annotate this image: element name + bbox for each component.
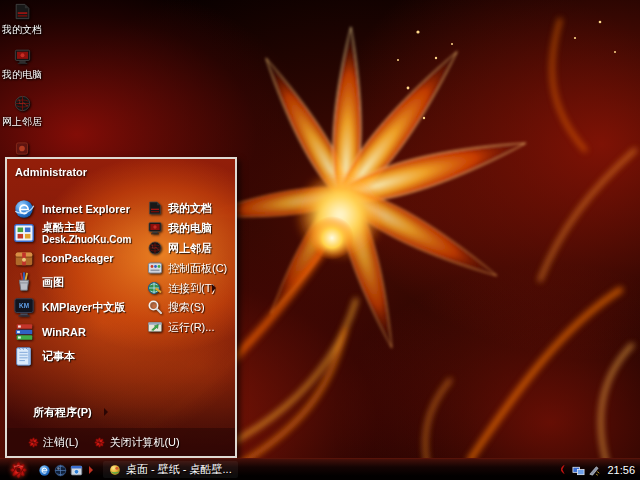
desktop-icon-label: 我的文档	[0, 23, 44, 37]
start-menu-item-internet-explorer[interactable]: Internet Explorer	[13, 197, 141, 221]
start-menu-item-iconpackager[interactable]: IconPackager	[13, 246, 141, 270]
start-menu-item-label: 连接到(T)	[168, 281, 215, 296]
paint-icon	[13, 271, 35, 293]
start-menu-item-label: WinRAR	[42, 326, 86, 338]
desktop-icon-label: 网上邻居	[0, 115, 44, 129]
tray-network-connection[interactable]	[572, 463, 585, 476]
start-menu-item-label: Internet Explorer	[42, 203, 130, 215]
web-window-icon	[70, 464, 83, 477]
start-menu-item-my-computer[interactable]: 我的电脑	[147, 218, 231, 238]
quick-launch-bar	[38, 463, 97, 476]
shut-down-label: 关闭计算机(U)	[109, 435, 179, 450]
desktop-icon-partial[interactable]	[0, 141, 44, 156]
my-documents-icon	[147, 200, 163, 216]
start-menu-item-network-places[interactable]: 网上邻居	[147, 238, 231, 258]
system-tray: 21:56	[557, 463, 640, 476]
taskbar: 桌面 - 壁纸 - 桌酷壁... 21:56	[0, 458, 640, 480]
quick-launch-browser-globe[interactable]	[54, 463, 67, 476]
start-menu-item-label: 我的电脑	[168, 221, 212, 236]
start-menu-item-run[interactable]: 运行(R)...	[147, 317, 231, 337]
start-menu-item-connect-to[interactable]: 连接到(T)	[147, 278, 231, 298]
iconpackager-icon	[13, 247, 35, 269]
notepad-icon	[13, 345, 35, 367]
tray-utility-icon	[587, 464, 600, 477]
quick-launch-web-window[interactable]	[70, 463, 83, 476]
start-menu: Administrator Internet Explorer 桌酷主题Desk…	[5, 157, 237, 458]
start-menu-footer: 注销(L) 关闭计算机(U)	[7, 428, 235, 456]
quick-launch-expand-arrow-icon[interactable]	[89, 466, 93, 474]
start-menu-item-sublabel: Desk.ZhuoKu.Com	[42, 234, 131, 245]
partial-hidden-icon	[14, 141, 30, 156]
start-menu-item-zhuoku-theme[interactable]: 桌酷主题Desk.ZhuoKu.Com	[13, 221, 141, 245]
network-connection-icon	[572, 464, 585, 477]
connect-to-submenu-arrow-icon	[212, 284, 216, 292]
internet-explorer-icon	[38, 464, 51, 477]
all-programs-label: 所有程序(P)	[33, 405, 92, 420]
start-menu-item-kmplayer[interactable]: KM KMPlayer中文版	[13, 295, 141, 319]
start-menu-item-paint[interactable]: 画图	[13, 270, 141, 294]
start-menu-item-label: 桌酷主题Desk.ZhuoKu.Com	[42, 221, 131, 244]
taskbar-clock[interactable]: 21:56	[607, 464, 635, 476]
start-menu-item-label: 记事本	[42, 350, 75, 362]
my-documents-icon	[12, 2, 33, 21]
all-programs-button[interactable]: 所有程序(P)	[33, 404, 108, 420]
internet-explorer-icon	[13, 198, 35, 220]
desktop-icon-network-places[interactable]: 网上邻居	[0, 94, 44, 129]
start-menu-item-search[interactable]: 搜索(S)	[147, 297, 231, 317]
start-menu-item-label: 搜索(S)	[168, 300, 205, 315]
shut-down-flower-icon	[94, 437, 105, 448]
tray-utility[interactable]	[587, 463, 600, 476]
start-menu-item-label: 控制面板(C)	[168, 261, 227, 276]
start-menu-item-label: 画图	[42, 276, 64, 288]
red-flower-start-icon	[9, 461, 28, 479]
log-off-label: 注销(L)	[43, 435, 78, 450]
wallpaper-app-icon	[109, 464, 121, 476]
zhuoku-theme-icon	[13, 222, 35, 244]
taskbar-task-button[interactable]: 桌面 - 壁纸 - 桌酷壁...	[103, 461, 238, 478]
start-menu-item-label: 运行(R)...	[168, 320, 214, 335]
start-button[interactable]	[9, 461, 28, 479]
task-button-label: 桌面 - 壁纸 - 桌酷壁...	[126, 462, 232, 477]
network-places-icon	[147, 240, 163, 256]
kmplayer-icon: KM	[13, 296, 35, 318]
log-off-flower-icon	[28, 437, 39, 448]
my-computer-icon	[12, 47, 33, 66]
start-menu-item-label: IconPackager	[42, 252, 114, 264]
search-icon	[147, 299, 163, 315]
start-menu-item-control-panel[interactable]: 控制面板(C)	[147, 258, 231, 278]
log-off-button[interactable]: 注销(L)	[28, 435, 78, 450]
network-places-icon	[12, 94, 33, 113]
start-menu-user-name: Administrator	[15, 166, 87, 178]
connect-to-icon	[147, 280, 163, 296]
desktop-icon-my-computer[interactable]: 我的电脑	[0, 47, 44, 82]
desktop-screen: 我的文档 我的电脑 网上邻居 Administrator Internet Ex…	[0, 0, 640, 480]
start-menu-item-label: 我的文档	[168, 201, 212, 216]
start-menu-item-my-documents[interactable]: 我的文档	[147, 198, 231, 218]
winrar-icon	[13, 321, 35, 343]
desktop-icon-label: 我的电脑	[0, 68, 44, 82]
globe-icon	[54, 464, 67, 477]
start-menu-item-winrar[interactable]: WinRAR	[13, 320, 141, 344]
tray-collapse-chevron-icon[interactable]	[557, 464, 566, 475]
my-computer-icon	[147, 220, 163, 236]
quick-launch-internet-explorer[interactable]	[38, 463, 51, 476]
start-menu-item-notepad[interactable]: 记事本	[13, 344, 141, 368]
desktop-icon-my-documents[interactable]: 我的文档	[0, 2, 44, 37]
start-menu-item-label: 网上邻居	[168, 241, 212, 256]
all-programs-arrow-icon	[104, 408, 108, 416]
svg-text:KM: KM	[19, 302, 29, 309]
control-panel-icon	[147, 260, 163, 276]
shut-down-button[interactable]: 关闭计算机(U)	[94, 435, 179, 450]
run-icon	[147, 319, 163, 335]
start-menu-item-label: KMPlayer中文版	[42, 301, 125, 313]
